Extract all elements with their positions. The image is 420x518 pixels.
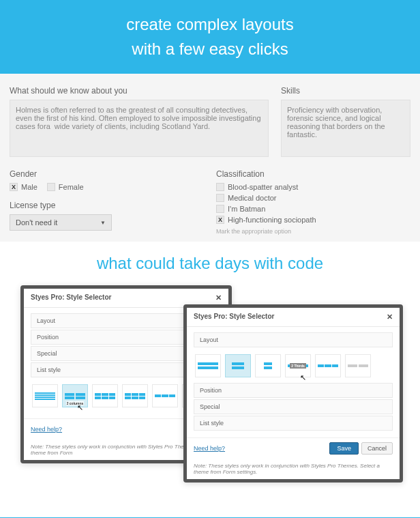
classification-helper: Mark the appropriate option [216, 228, 410, 235]
gender-female[interactable]: Female [47, 183, 84, 191]
list-style-thumb[interactable] [122, 384, 148, 407]
skills-textarea[interactable]: Proficiency with observation, forensic s… [281, 100, 410, 157]
classification-label: Classification [216, 169, 410, 179]
list-style-thumb[interactable] [152, 384, 178, 407]
layout-thumb[interactable] [315, 354, 341, 377]
modal-title: Styes Pro: Style Selector [31, 293, 111, 302]
skills-label: Skills [281, 86, 410, 96]
layout-thumbnails: 2 Thirds ↖ [194, 349, 393, 383]
gender-label: Gender [10, 169, 204, 179]
section-layout[interactable]: Layout [194, 332, 393, 347]
list-style-thumb-2columns[interactable]: 2 columns ↖ [62, 384, 88, 407]
checkbox-icon [47, 183, 55, 191]
top-banner: create complex layouts with a few easy c… [0, 0, 420, 74]
checkbox-icon [10, 183, 18, 191]
save-button[interactable]: Save [329, 442, 359, 455]
about-textarea[interactable]: Holmes is often referred to as the great… [10, 100, 269, 157]
banner-line2: with a few easy clicks [0, 37, 420, 61]
gender-male[interactable]: Male [10, 183, 38, 191]
checkbox-icon [216, 194, 224, 202]
layout-thumb[interactable] [255, 354, 281, 377]
mid-banner: what could take days with code [0, 242, 420, 285]
checkbox-icon [216, 183, 224, 191]
need-help-link[interactable]: Need help? [31, 426, 62, 433]
style-selector-modal-front: Styes Pro: Style Selector ✕ Layout 2 Thi… [183, 304, 403, 483]
list-style-thumb[interactable] [32, 384, 58, 407]
modal-note: Note: These styles only work in conjunct… [187, 459, 400, 479]
form-preview: What should we know about you Holmes is … [0, 74, 420, 242]
cursor-icon: ↖ [77, 403, 83, 412]
gender-group: Male Female [10, 183, 204, 191]
checkbox-icon [216, 216, 224, 224]
chevron-down-icon: ▼ [100, 220, 106, 226]
modals-area: Styes Pro: Style Selector ✕ Layout Posit… [0, 285, 420, 517]
about-label: What should we know about you [10, 86, 269, 96]
modal-title: Styes Pro: Style Selector [194, 313, 274, 321]
section-special[interactable]: Special [194, 399, 393, 414]
classification-option-2[interactable]: I'm Batman [216, 205, 410, 213]
banner-line1: create complex layouts [0, 12, 420, 37]
classification-option-0[interactable]: Blood-spatter analyst [216, 183, 410, 191]
close-icon[interactable]: ✕ [215, 293, 222, 302]
classification-option-3[interactable]: High-functioning sociopath [216, 216, 410, 224]
list-style-thumb[interactable] [92, 384, 118, 407]
layout-thumb-half[interactable] [225, 354, 251, 377]
license-value: Don't need it [16, 218, 57, 227]
license-select[interactable]: Don't need it ▼ [10, 214, 112, 231]
license-label: License type [10, 201, 204, 210]
layout-thumb-2thirds[interactable]: 2 Thirds ↖ [285, 354, 311, 377]
cursor-icon: ↖ [300, 373, 306, 382]
classification-option-1[interactable]: Medical doctor [216, 194, 410, 202]
need-help-link[interactable]: Need help? [194, 445, 225, 452]
section-list-style[interactable]: List style [194, 416, 393, 431]
layout-thumb[interactable] [195, 354, 221, 377]
cancel-button[interactable]: Cancel [361, 442, 393, 455]
layout-thumb[interactable] [345, 354, 371, 377]
checkbox-icon [216, 205, 224, 213]
close-icon[interactable]: ✕ [387, 313, 393, 321]
classification-list: Blood-spatter analyst Medical doctor I'm… [216, 183, 410, 224]
section-position[interactable]: Position [194, 383, 393, 398]
